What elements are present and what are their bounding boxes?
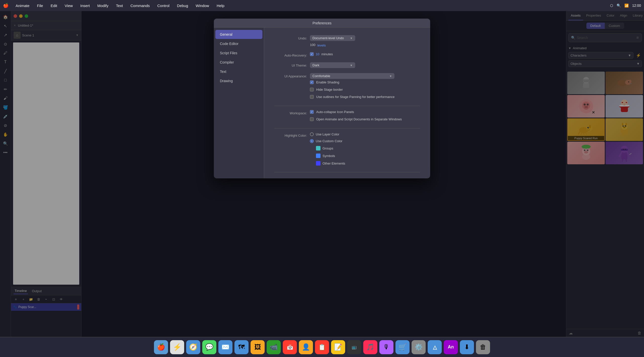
autorecovery-minutes[interactable]: 10: [316, 52, 319, 56]
preferences-dialog: Preferences General Code Editor Script F…: [214, 19, 430, 178]
menu-animate[interactable]: Animate: [14, 3, 31, 8]
dock-downloads[interactable]: ⬇: [460, 340, 474, 354]
workspace-control: Auto-collapse Icon Panels Open Animate a…: [310, 110, 402, 123]
dock-calendar[interactable]: 📅: [283, 340, 297, 354]
menubar: 🍎 Animate File Edit View Insert Modify T…: [0, 0, 644, 11]
pref-drawing[interactable]: Drawing: [215, 76, 262, 85]
autorecovery-row: Auto-Recovery: 10 minutes: [274, 52, 420, 57]
dock-podcasts[interactable]: 🎙: [379, 340, 393, 354]
enable-shading-label: Enable Shading: [316, 80, 339, 84]
dock-sysprefs[interactable]: ⚙️: [412, 340, 426, 354]
use-layer-color-radio[interactable]: [310, 132, 314, 136]
other-elements-color-row: Other Elements: [316, 161, 345, 166]
symbols-color-swatch[interactable]: [316, 154, 320, 158]
preferences-overlay: Preferences General Code Editor Script F…: [0, 11, 644, 337]
menu-debug[interactable]: Debug: [176, 3, 190, 8]
apple-menu[interactable]: 🍎: [3, 3, 9, 8]
ui-theme-dropdown-icon: ▼: [350, 64, 353, 67]
dock-launchpad[interactable]: ⚡: [170, 340, 184, 354]
dock-maps[interactable]: 🗺: [234, 340, 249, 354]
preferences-sidebar: General Code Editor Script Files Compile…: [214, 28, 264, 178]
autorecovery-label: Auto-Recovery:: [274, 52, 307, 57]
use-layer-color-label: Use Layer Color: [316, 132, 339, 136]
dock: 🍎 ⚡ 🧭 💬 ✉️ 🗺 🖼 📹 📅 👤 📋 📝 📺 🎵 🎙 🛒 ⚙️ △ An…: [0, 337, 644, 357]
pref-code-editor[interactable]: Code Editor: [215, 39, 262, 48]
dock-contacts[interactable]: 👤: [299, 340, 313, 354]
menu-text[interactable]: Text: [114, 3, 125, 8]
menu-help[interactable]: Help: [215, 3, 226, 8]
menu-commands[interactable]: Commands: [129, 3, 151, 8]
pref-text[interactable]: Text: [215, 67, 262, 76]
levels-count: 100: [310, 43, 315, 47]
dock-animate[interactable]: An: [444, 340, 458, 354]
dock-messages[interactable]: 💬: [202, 340, 216, 354]
use-custom-color-row: Use Custom Color: [310, 139, 345, 143]
use-custom-color-label: Use Custom Color: [316, 139, 342, 143]
ui-appearance-row: UI Appearance: Comfortable ▼ Enable Shad…: [274, 73, 420, 101]
menu-insert[interactable]: Insert: [79, 3, 91, 8]
dock-photos[interactable]: 🖼: [251, 340, 265, 354]
dialog-titlebar: Preferences: [214, 19, 430, 28]
dock-notes[interactable]: 📝: [331, 340, 345, 354]
minutes-label: minutes: [321, 52, 333, 56]
dock-appstore[interactable]: 🛒: [395, 340, 410, 354]
menu-modify[interactable]: Modify: [96, 3, 110, 8]
other-elements-color-swatch[interactable]: [316, 161, 320, 166]
autorecovery-checkbox[interactable]: [310, 52, 314, 56]
menu-control[interactable]: Control: [156, 3, 171, 8]
pref-script-files[interactable]: Script Files: [215, 48, 262, 58]
dialog-title: Preferences: [312, 21, 331, 25]
section-divider-1: [274, 106, 420, 106]
ui-theme-value: Dark: [312, 63, 348, 67]
enable-shading-checkbox[interactable]: [310, 80, 314, 84]
menu-file[interactable]: File: [35, 3, 45, 8]
hide-stage-checkbox[interactable]: [310, 88, 314, 91]
ui-theme-control: Dark ▼: [310, 62, 355, 68]
dock-music[interactable]: 🎵: [363, 340, 377, 354]
symbols-color-row: Symbols: [316, 154, 345, 158]
menu-view[interactable]: View: [63, 3, 74, 8]
ui-theme-select[interactable]: Dark ▼: [310, 62, 355, 68]
open-animate-checkbox[interactable]: [310, 117, 314, 121]
ui-appearance-label: UI Appearance:: [274, 73, 307, 78]
undo-select[interactable]: Document-level Undo ▼: [310, 35, 355, 41]
dock-facetime[interactable]: 📹: [267, 340, 281, 354]
undo-row: Undo: Document-level Undo ▼ 100 levels: [274, 35, 420, 47]
enable-shading-row: Enable Shading: [310, 80, 394, 84]
groups-color-swatch[interactable]: [316, 146, 320, 150]
dialog-body: General Code Editor Script Files Compile…: [214, 28, 430, 178]
dock-testflight[interactable]: △: [428, 340, 442, 354]
dock-reminders[interactable]: 📋: [315, 340, 329, 354]
use-outlines-checkbox[interactable]: [310, 95, 314, 99]
highlight-color-control: Use Layer Color Use Custom Color Groups: [310, 132, 345, 167]
dock-finder[interactable]: 🍎: [154, 340, 168, 354]
menu-window[interactable]: Window: [194, 3, 211, 8]
use-outlines-row: Use outlines for Stage Panning for bette…: [310, 95, 394, 99]
workspace-row: Workspace: Auto-collapse Icon Panels Ope…: [274, 110, 420, 123]
pref-compiler[interactable]: Compiler: [215, 58, 262, 67]
pref-general[interactable]: General: [215, 30, 262, 39]
ui-theme-row: UI Theme: Dark ▼: [274, 62, 420, 68]
airplay-icon[interactable]: ⬡: [610, 4, 613, 8]
section-divider-3: [274, 172, 420, 172]
ui-appearance-select[interactable]: Comfortable ▼: [310, 73, 394, 79]
auto-collapse-checkbox[interactable]: [310, 110, 314, 114]
groups-color-row: Groups: [316, 146, 345, 150]
dock-safari[interactable]: 🧭: [186, 340, 200, 354]
dock-mail[interactable]: ✉️: [218, 340, 232, 354]
dock-trash[interactable]: 🗑: [476, 340, 490, 354]
auto-collapse-row: Auto-collapse Icon Panels: [310, 110, 402, 114]
section-divider-2: [274, 128, 420, 128]
levels-label[interactable]: levels: [317, 43, 326, 47]
search-menubar-icon[interactable]: 🔍: [617, 4, 621, 8]
wifi-icon[interactable]: 📶: [624, 4, 629, 8]
use-layer-color-row: Use Layer Color: [310, 132, 345, 136]
preferences-content: Undo: Document-level Undo ▼ 100 levels: [264, 28, 430, 178]
ui-appearance-value: Comfortable: [312, 74, 387, 78]
dock-appletv[interactable]: 📺: [347, 340, 361, 354]
auto-collapse-label: Auto-collapse Icon Panels: [316, 110, 354, 114]
use-custom-color-radio[interactable]: [310, 139, 314, 143]
clock: 12:00: [632, 4, 641, 8]
workspace-label: Workspace:: [274, 110, 307, 115]
menu-edit[interactable]: Edit: [49, 3, 59, 8]
